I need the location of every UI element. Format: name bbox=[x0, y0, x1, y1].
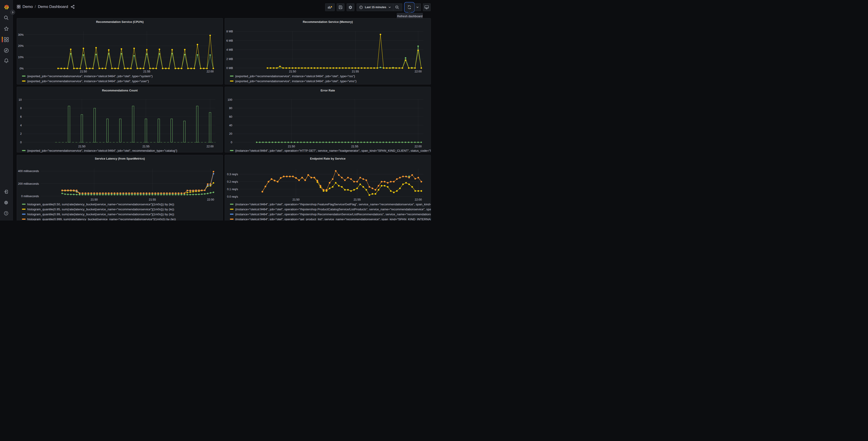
svg-text:21:55: 21:55 bbox=[351, 145, 358, 148]
svg-text:10: 10 bbox=[19, 98, 22, 101]
svg-text:40: 40 bbox=[229, 124, 232, 127]
svg-text:{instance="otelcol:9464", job=: {instance="otelcol:9464", job="otel", op… bbox=[235, 217, 431, 221]
svg-text:histogram_quantile(0.50, sum(r: histogram_quantile(0.50, sum(rate(latenc… bbox=[27, 203, 174, 206]
svg-text:22:00: 22:00 bbox=[207, 145, 214, 148]
svg-text:{exported_job="recommendations: {exported_job="recommendationservice", i… bbox=[235, 75, 355, 78]
svg-text:4 MB: 4 MB bbox=[226, 48, 233, 51]
svg-text:20: 20 bbox=[229, 132, 232, 136]
svg-text:20%: 20% bbox=[18, 45, 24, 48]
svg-text:{instance="otelcol:9464", job=: {instance="otelcol:9464", job="otel", op… bbox=[235, 203, 431, 206]
svg-text:200 milliseconds: 200 milliseconds bbox=[18, 182, 39, 185]
svg-text:21:50: 21:50 bbox=[78, 145, 85, 148]
svg-text:22:00: 22:00 bbox=[415, 198, 422, 201]
svg-text:60: 60 bbox=[229, 115, 232, 118]
svg-text:21:50: 21:50 bbox=[91, 198, 98, 201]
svg-text:21:55: 21:55 bbox=[143, 70, 150, 73]
svg-text:21:55: 21:55 bbox=[142, 145, 149, 148]
svg-text:0.3 req/s: 0.3 req/s bbox=[227, 173, 238, 176]
svg-text:4: 4 bbox=[20, 124, 22, 127]
svg-text:0.2 req/s: 0.2 req/s bbox=[227, 180, 238, 183]
svg-text:{instance="otelcol:9464", job=: {instance="otelcol:9464", job="otel", op… bbox=[235, 208, 431, 211]
svg-text:Endpoint Rate by Service: Endpoint Rate by Service bbox=[310, 157, 345, 160]
svg-text:histogram_quantile(0.999, sum(: histogram_quantile(0.999, sum(rate(laten… bbox=[27, 217, 176, 221]
svg-text:30%: 30% bbox=[18, 33, 24, 36]
svg-text:{exported_job="recommendations: {exported_job="recommendationservice", i… bbox=[27, 75, 153, 78]
svg-text:22:00: 22:00 bbox=[414, 70, 422, 73]
svg-text:?: ? bbox=[5, 212, 7, 215]
svg-text:{exported_job="recommendations: {exported_job="recommendationservice", i… bbox=[235, 80, 356, 83]
svg-text:22:00: 22:00 bbox=[207, 70, 214, 73]
svg-text:8 MB: 8 MB bbox=[226, 30, 233, 33]
svg-text:{exported_job="recommendations: {exported_job="recommendationservice", i… bbox=[27, 80, 149, 83]
svg-text:80: 80 bbox=[229, 107, 232, 110]
svg-text:{exported_job="recommendations: {exported_job="recommendationservice", i… bbox=[27, 149, 177, 152]
svg-text:Error Rate: Error Rate bbox=[321, 89, 335, 92]
svg-text:histogram_quantile(0.95, sum(r: histogram_quantile(0.95, sum(rate(latenc… bbox=[27, 208, 174, 211]
svg-text:Service Latency (from SpanMetr: Service Latency (from SpanMetrics) bbox=[95, 157, 145, 160]
svg-text:22:00: 22:00 bbox=[207, 198, 214, 201]
svg-text:0 MB: 0 MB bbox=[226, 66, 233, 70]
svg-text:0%: 0% bbox=[20, 67, 24, 70]
svg-text:6: 6 bbox=[20, 115, 22, 118]
svg-text:21:55: 21:55 bbox=[149, 198, 156, 201]
svg-text:21:50: 21:50 bbox=[80, 70, 87, 73]
svg-text:400 milliseconds: 400 milliseconds bbox=[18, 170, 39, 173]
svg-text:{instance="otelcol:9464", job=: {instance="otelcol:9464", job="otel", op… bbox=[235, 212, 431, 216]
svg-text:21:50: 21:50 bbox=[289, 70, 296, 73]
svg-text:Recommendations Count: Recommendations Count bbox=[102, 89, 138, 92]
svg-text:8: 8 bbox=[20, 107, 22, 110]
svg-text:6 MB: 6 MB bbox=[226, 39, 233, 42]
svg-text:100: 100 bbox=[228, 98, 232, 101]
svg-text:21:55: 21:55 bbox=[352, 70, 359, 73]
svg-text:21:55: 21:55 bbox=[354, 198, 361, 201]
svg-text:0 milliseconds: 0 milliseconds bbox=[21, 195, 39, 198]
svg-text:{instance="otelcol:9464", job=: {instance="otelcol:9464", job="otel", op… bbox=[235, 149, 431, 152]
svg-text:2: 2 bbox=[20, 132, 22, 136]
svg-text:0.0 req/s: 0.0 req/s bbox=[227, 195, 238, 198]
svg-text:Recommendation Service (CPU%): Recommendation Service (CPU%) bbox=[96, 20, 144, 24]
svg-text:22:00: 22:00 bbox=[414, 145, 422, 148]
svg-text:histogram_quantile(0.99, sum(r: histogram_quantile(0.99, sum(rate(latenc… bbox=[27, 212, 174, 216]
svg-text:21:50: 21:50 bbox=[288, 145, 295, 148]
svg-text:2 MB: 2 MB bbox=[226, 58, 233, 61]
svg-text:0: 0 bbox=[20, 141, 22, 144]
svg-text:0.1 req/s: 0.1 req/s bbox=[227, 188, 238, 191]
svg-text:0: 0 bbox=[231, 141, 232, 144]
svg-text:10%: 10% bbox=[18, 56, 24, 59]
svg-text:21:50: 21:50 bbox=[292, 198, 299, 201]
svg-text:Recommendation Service (Memory: Recommendation Service (Memory) bbox=[303, 20, 353, 24]
